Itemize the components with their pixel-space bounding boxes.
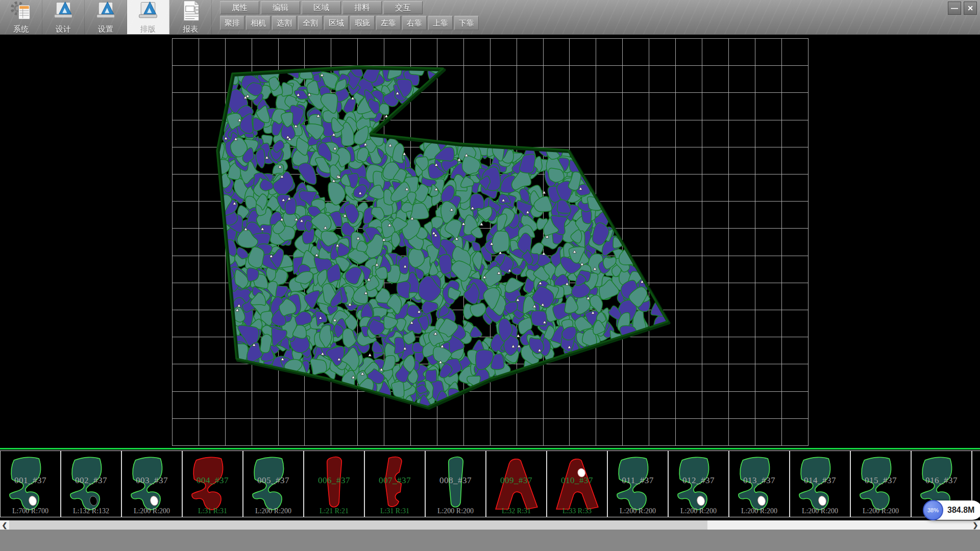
tool-defect[interactable]: 瑕疵 — [350, 16, 375, 30]
menu-region[interactable]: 区域 — [302, 1, 341, 14]
piece-thumbnail[interactable]: 009_#37L:32 R:31 — [486, 450, 547, 517]
piece-thumbnail[interactable]: 008_#37L:200 R:200 — [425, 450, 486, 517]
main-button-layout[interactable]: 排版 — [127, 0, 169, 34]
piece-shape-icon — [856, 454, 906, 513]
laptop-ruler-icon — [52, 0, 75, 24]
scroll-left-arrow-icon[interactable]: ❮ — [0, 520, 9, 530]
pieces-strip: 001_#37L:700 R:700002_#37L:132 R:132003_… — [0, 448, 980, 520]
main-button-label: 设置 — [98, 24, 113, 33]
application-window: 系统设计设置排版报表 属性编辑区域排料交互 聚排相机选割全割区域瑕疵左靠右靠上靠… — [0, 0, 980, 551]
menu-edit[interactable]: 编辑 — [261, 1, 300, 14]
main-button-system[interactable]: 系统 — [0, 0, 42, 34]
laptop-ruler-icon — [136, 0, 160, 24]
piece-shape-icon — [795, 454, 845, 513]
piece-thumbnail[interactable]: 010_#37L:33 R:33 — [547, 450, 607, 517]
tool-snap-left[interactable]: 左靠 — [376, 16, 401, 30]
piece-thumbnail[interactable]: 011_#37L:200 R:200 — [607, 450, 668, 517]
piece-shape-icon — [188, 454, 238, 513]
tool-snap-right[interactable]: 右靠 — [402, 16, 427, 30]
piece-shape-icon — [6, 454, 56, 513]
window-controls: — ✕ — [948, 2, 977, 15]
tool-snap-top[interactable]: 上靠 — [428, 16, 453, 30]
menu-column: 属性编辑区域排料交互 聚排相机选割全割区域瑕疵左靠右靠上靠下靠 — [220, 0, 479, 34]
progress-percent-badge: 38% — [923, 500, 943, 520]
main-button-label: 设计 — [56, 24, 71, 33]
piece-shape-icon — [127, 454, 177, 513]
main-button-label: 排版 — [140, 24, 156, 33]
tool-cut-all[interactable]: 全割 — [298, 16, 323, 30]
horizontal-scrollbar[interactable]: ❮ ❯ — [0, 520, 980, 530]
menu-interact[interactable]: 交互 — [383, 1, 423, 14]
piece-shape-icon — [552, 454, 602, 513]
piece-shape-icon — [492, 454, 542, 513]
piece-shape-icon — [309, 454, 359, 513]
main-button-design[interactable]: 设计 — [42, 0, 85, 34]
minimize-button[interactable]: — — [948, 2, 961, 15]
scrollbar-thumb[interactable] — [9, 520, 707, 530]
piece-thumbnail[interactable]: 004_#37L:31 R:31 — [182, 450, 243, 517]
main-button-report[interactable]: 报表 — [169, 0, 212, 34]
main-button-label: 报表 — [183, 24, 198, 33]
close-button[interactable]: ✕ — [964, 2, 977, 15]
piece-thumbnails: 001_#37L:700 R:700002_#37L:132 R:132003_… — [0, 450, 980, 517]
tool-snap-bottom[interactable]: 下靠 — [454, 16, 479, 30]
tool-bar: 聚排相机选割全割区域瑕疵左靠右靠上靠下靠 — [220, 16, 479, 30]
piece-thumbnail[interactable]: 012_#37L:200 R:200 — [668, 450, 729, 517]
menu-properties[interactable]: 属性 — [220, 1, 259, 14]
nesting-canvas[interactable] — [0, 35, 980, 448]
piece-thumbnail[interactable]: 002_#37L:132 R:132 — [61, 450, 121, 517]
main-button-settings[interactable]: 设置 — [85, 0, 127, 34]
tool-camera[interactable]: 相机 — [246, 16, 271, 30]
bottom-panel — [0, 530, 980, 551]
piece-thumbnail[interactable]: 014_#37L:200 R:200 — [790, 450, 850, 517]
main-button-bar: 系统设计设置排版报表 — [0, 0, 212, 34]
ribbon: 系统设计设置排版报表 属性编辑区域排料交互 聚排相机选割全割区域瑕疵左靠右靠上靠… — [0, 0, 980, 35]
laptop-ruler-icon — [94, 0, 117, 24]
memory-value: 384.8M — [947, 506, 974, 515]
piece-shape-icon — [370, 454, 420, 513]
tool-cluster-nest[interactable]: 聚排 — [220, 16, 244, 30]
piece-shape-icon — [249, 454, 299, 513]
piece-thumbnail[interactable]: 006_#37L:21 R:21 — [304, 450, 364, 517]
piece-thumbnail[interactable]: 015_#37L:200 R:200 — [850, 450, 911, 517]
piece-shape-icon — [613, 454, 663, 513]
piece-thumbnail[interactable]: 005_#37L:200 R:200 — [243, 450, 304, 517]
piece-thumbnail[interactable]: 013_#37L:200 R:200 — [729, 450, 790, 517]
scroll-right-arrow-icon[interactable]: ❯ — [971, 520, 980, 530]
piece-shape-icon — [734, 454, 785, 513]
piece-thumbnail[interactable]: 003_#37L:200 R:200 — [121, 450, 182, 517]
report-icon — [179, 0, 202, 24]
gear-document-icon — [9, 0, 33, 24]
nesting-canvas-area[interactable] — [0, 35, 980, 448]
menu-nesting[interactable]: 排料 — [342, 1, 382, 14]
tool-region[interactable]: 区域 — [324, 16, 349, 30]
piece-shape-icon — [66, 454, 116, 513]
main-button-label: 系统 — [13, 24, 29, 33]
piece-thumbnail[interactable]: 001_#37L:700 R:700 — [0, 450, 61, 517]
piece-thumbnail[interactable]: 007_#37L:31 R:31 — [364, 450, 425, 517]
tool-select-cut[interactable]: 选割 — [272, 16, 297, 30]
piece-shape-icon — [431, 454, 481, 513]
menu-bar: 属性编辑区域排料交互 — [220, 1, 479, 14]
memory-badge: 38% 384.8M — [924, 500, 980, 520]
piece-shape-icon — [674, 454, 724, 513]
